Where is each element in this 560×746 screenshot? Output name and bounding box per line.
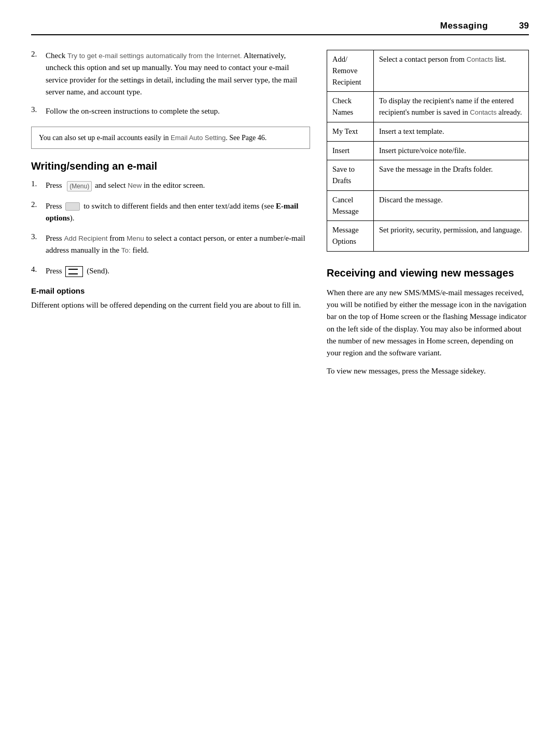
page: Messaging 39 2. Check Try to get e-mail … — [0, 0, 560, 746]
table-cell-desc-insert: Insert picture/voice note/file. — [374, 141, 529, 160]
writing-step-4-number: 4. — [31, 265, 43, 274]
table-row-check-names: CheckNames To display the recipient's na… — [327, 92, 529, 122]
receiving-para-2: To view new messages, press the Message … — [327, 365, 529, 377]
email-options-title: E-mail options — [31, 286, 310, 295]
step-2: 2. Check Try to get e-mail settings auto… — [31, 50, 310, 98]
menu-link: Menu — [127, 234, 144, 242]
writing-step-3-text: Press Add Recipient from Menu to select … — [46, 232, 310, 257]
table-row-my-text: My Text Insert a text template. — [327, 122, 529, 141]
send-button-icon — [65, 266, 83, 277]
writing-step-2: 2. Press to switch to different fields a… — [31, 200, 310, 225]
email-options-bold-ref: E-mail options — [46, 202, 298, 222]
step-3-text: Follow the on-screen instructions to com… — [46, 105, 220, 117]
table-cell-desc-my-text: Insert a text template. — [374, 122, 529, 141]
step-3-number: 3. — [31, 105, 43, 114]
options-table: Add/RemoveRecipient Select a contact per… — [327, 50, 529, 252]
note-text-2: . See Page 46. — [226, 134, 267, 142]
to-field-link: To: — [121, 246, 131, 254]
content-columns: 2. Check Try to get e-mail settings auto… — [31, 50, 529, 384]
step-2-number: 2. — [31, 50, 43, 59]
table-cell-desc-cancel-message: Discard the message. — [374, 190, 529, 221]
table-cell-option-cancel-message: CancelMessage — [327, 190, 374, 221]
step-2-text: Check Try to get e-mail settings automat… — [46, 50, 310, 98]
writing-step-3-number: 3. — [31, 232, 43, 241]
right-column: Add/RemoveRecipient Select a contact per… — [327, 50, 529, 384]
table-row-message-options: MessageOptions Set priority, security, p… — [327, 221, 529, 252]
table-cell-option-insert: Insert — [327, 141, 374, 160]
table-cell-option-save-drafts: Save toDrafts — [327, 160, 374, 191]
writing-step-2-number: 2. — [31, 200, 43, 209]
send-btn-line-2 — [68, 273, 78, 274]
section-title-writing: Writing/sending an e-mail — [31, 160, 310, 172]
table-row-cancel-message: CancelMessage Discard the message. — [327, 190, 529, 221]
header-page-number: 39 — [519, 21, 529, 31]
table-row-add-remove: Add/RemoveRecipient Select a contact per… — [327, 50, 529, 92]
receiving-section-title: Receiving and viewing new messages — [327, 266, 529, 280]
table-cell-desc-message-options: Set priority, security, permission, and … — [374, 221, 529, 252]
step-3: 3. Follow the on-screen instructions to … — [31, 105, 310, 117]
left-column: 2. Check Try to get e-mail settings auto… — [31, 50, 310, 317]
email-options-body: Different options will be offered depend… — [31, 299, 310, 311]
writing-step-3: 3. Press Add Recipient from Menu to sele… — [31, 232, 310, 257]
page-header: Messaging 39 — [31, 21, 529, 35]
table-cell-option-message-options: MessageOptions — [327, 221, 374, 252]
writing-step-4-text: Press (Send). — [46, 265, 109, 277]
note-box: You can also set up e-mail accounts easi… — [31, 127, 310, 149]
table-cell-desc-save-drafts: Save the message in the Drafts folder. — [374, 160, 529, 191]
contacts-link-1: Contacts — [467, 56, 493, 63]
writing-step-4: 4. Press (Send). — [31, 265, 310, 277]
writing-step-1: 1. Press (Menu) and select New in the ed… — [31, 179, 310, 191]
tab-key-icon — [65, 202, 80, 211]
table-cell-desc-check-names: To display the recipient's name if the e… — [374, 92, 529, 122]
step-2-inline: Try to get e-mail settings automatically… — [67, 52, 242, 60]
note-text-1: You can also set up e-mail accounts easi… — [39, 134, 171, 142]
menu-key-icon: (Menu) — [67, 181, 92, 192]
table-cell-option-add-remove: Add/RemoveRecipient — [327, 50, 374, 92]
writing-step-1-text: Press (Menu) and select New in the edito… — [46, 179, 205, 191]
note-link-email-auto: Email Auto Setting — [171, 134, 226, 142]
add-recipient-link: Add Recipient — [64, 234, 107, 242]
new-label: New — [128, 182, 142, 189]
right-bottom-section: Receiving and viewing new messages When … — [327, 266, 529, 378]
contacts-link-2: Contacts — [470, 108, 496, 116]
header-title: Messaging — [440, 21, 488, 31]
writing-step-1-number: 1. — [31, 179, 43, 188]
table-cell-desc-add-remove: Select a contact person from Contacts li… — [374, 50, 529, 92]
send-btn-line-1 — [68, 269, 78, 270]
receiving-para-1: When there are any new SMS/MMS/e-mail me… — [327, 287, 529, 360]
writing-step-2-text: Press to switch to different fields and … — [46, 200, 310, 225]
table-cell-option-my-text: My Text — [327, 122, 374, 141]
table-cell-option-check-names: CheckNames — [327, 92, 374, 122]
table-row-save-drafts: Save toDrafts Save the message in the Dr… — [327, 160, 529, 191]
table-row-insert: Insert Insert picture/voice note/file. — [327, 141, 529, 160]
send-btn-lines — [68, 268, 78, 275]
